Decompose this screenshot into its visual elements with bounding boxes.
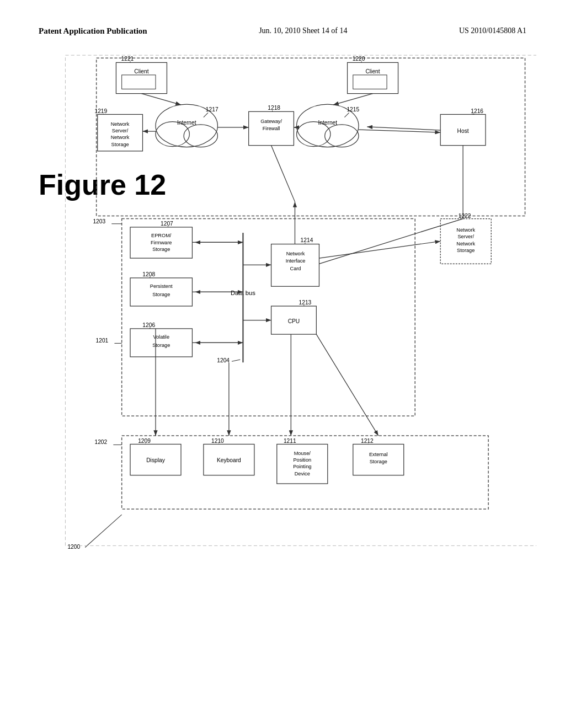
svg-text:Position: Position (293, 457, 311, 463)
svg-text:Gateway/: Gateway/ (260, 119, 282, 124)
svg-text:Network: Network (111, 121, 130, 127)
svg-text:1217: 1217 (206, 106, 218, 113)
svg-text:1201: 1201 (96, 338, 109, 344)
svg-line-94 (271, 146, 295, 202)
svg-text:Pointing: Pointing (293, 464, 311, 469)
svg-text:CPU: CPU (288, 318, 300, 324)
svg-text:1214: 1214 (301, 237, 313, 243)
publication-title: Patent Application Publication (39, 26, 147, 36)
svg-line-134 (85, 515, 121, 547)
patent-diagram: Client 1221 Client 1220 Internet 1217 (29, 52, 536, 701)
svg-text:Device: Device (295, 471, 310, 477)
svg-rect-11 (353, 75, 387, 89)
svg-rect-6 (122, 75, 156, 89)
svg-line-48 (367, 127, 440, 130)
svg-line-25 (344, 113, 349, 117)
svg-text:Card: Card (290, 266, 301, 271)
main-content: Figure 12 Client (28, 52, 537, 703)
svg-text:1200: 1200 (67, 544, 80, 550)
svg-text:1207: 1207 (161, 221, 173, 227)
svg-text:1209: 1209 (138, 438, 151, 444)
svg-text:Interface: Interface (286, 258, 306, 264)
svg-text:1215: 1215 (347, 106, 359, 113)
svg-text:Storage: Storage (457, 248, 475, 253)
svg-text:1210: 1210 (211, 438, 224, 444)
svg-line-102 (319, 241, 440, 258)
svg-text:Storage: Storage (111, 142, 129, 147)
svg-text:Client: Client (365, 68, 380, 74)
svg-point-22 (325, 125, 359, 147)
svg-text:1213: 1213 (299, 299, 312, 306)
svg-text:1202: 1202 (94, 439, 107, 445)
svg-text:1221: 1221 (121, 56, 134, 62)
svg-text:Network: Network (456, 241, 475, 247)
svg-line-73 (232, 360, 240, 361)
svg-text:1216: 1216 (471, 108, 483, 114)
svg-rect-3 (97, 58, 525, 216)
svg-text:Keyboard: Keyboard (217, 457, 241, 463)
svg-line-42 (141, 94, 181, 105)
svg-text:Network: Network (456, 227, 475, 233)
svg-text:1220: 1220 (353, 56, 365, 62)
svg-text:Storage: Storage (152, 342, 170, 348)
svg-text:1206: 1206 (142, 322, 155, 328)
diagram-container: Client 1221 Client 1220 Internet 1217 (29, 52, 536, 703)
svg-text:Display: Display (146, 457, 165, 463)
svg-text:Host: Host (457, 128, 469, 134)
svg-text:Network: Network (286, 251, 305, 256)
svg-text:Storage: Storage (152, 292, 170, 297)
svg-text:Firewall: Firewall (263, 126, 280, 131)
svg-text:Internet: Internet (177, 120, 196, 126)
svg-text:Server/: Server/ (457, 234, 474, 239)
svg-text:Persistent: Persistent (150, 283, 173, 289)
svg-text:External: External (369, 452, 388, 457)
svg-line-131 (316, 334, 378, 436)
svg-text:Mouse/: Mouse/ (294, 451, 311, 456)
svg-text:Network: Network (111, 135, 130, 140)
sheet-info: Jun. 10, 2010 Sheet 14 of 14 (259, 26, 347, 35)
svg-text:1222: 1222 (459, 213, 471, 219)
svg-text:Storage: Storage (152, 247, 170, 252)
svg-point-16 (184, 125, 217, 147)
svg-line-47 (359, 130, 440, 132)
svg-text:1211: 1211 (284, 438, 296, 444)
svg-text:Server/: Server/ (112, 128, 129, 133)
page-header: Patent Application Publication Jun. 10, … (0, 0, 565, 41)
svg-text:1203: 1203 (93, 218, 105, 224)
svg-text:1219: 1219 (94, 108, 107, 114)
svg-text:1218: 1218 (268, 105, 280, 111)
svg-text:Storage: Storage (370, 459, 387, 464)
svg-text:Internet: Internet (318, 120, 337, 126)
svg-line-19 (204, 113, 208, 117)
patent-number: US 2010/0145808 A1 (459, 26, 526, 35)
svg-text:Firmware: Firmware (151, 240, 172, 245)
svg-line-104 (319, 219, 463, 264)
svg-text:1212: 1212 (361, 438, 374, 444)
svg-text:1208: 1208 (142, 271, 155, 277)
svg-text:Client: Client (134, 68, 148, 74)
svg-text:1204: 1204 (217, 357, 230, 363)
svg-line-43 (333, 94, 373, 105)
svg-text:EPROM/: EPROM/ (151, 233, 172, 238)
